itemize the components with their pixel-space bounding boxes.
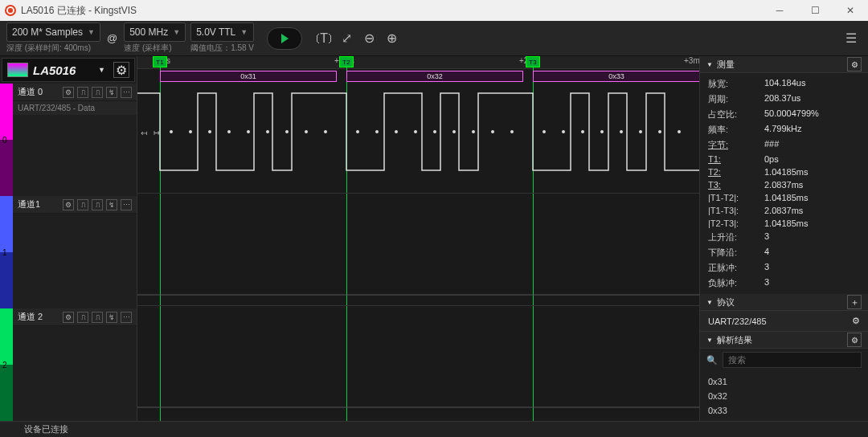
measurement-row: T1:0ps [708,153,860,165]
channel-row-1: 1 通道1 ⚙ ⎍ ⎍ ↯ ⋯ [0,196,137,308]
ruler-tick: +3ms [684,56,699,65]
app-logo-icon [5,5,16,16]
maximize-button[interactable]: ☐ [797,0,833,21]
waveform-signal-0 [137,84,699,180]
meas-key: 脉宽: [708,78,764,90]
meas-key: 频率: [708,124,764,136]
ch-trigger-rise-icon[interactable]: ⎍ [77,199,88,210]
zoom-out-icon[interactable]: ⊖ [358,28,379,49]
protocol-header[interactable]: ▼ 协议 ＋ [700,294,868,311]
meas-key: |T1-T2|: [708,193,764,202]
ch-trigger-fall-icon[interactable]: ⎍ [92,87,103,98]
measurement-settings-button[interactable]: ⚙ [847,57,862,71]
channel-label: 通道1 [18,198,59,210]
samples-sublabel: 深度 (采样时间: 400ms) [6,43,100,54]
meas-value: 3 [764,231,769,243]
add-protocol-button[interactable]: ＋ [847,295,862,309]
channel-row-2: 2 通道 2 ⚙ ⎍ ⎍ ↯ ⋯ [0,308,137,421]
measurement-row: T3:2.0837ms [708,178,860,191]
samples-select[interactable]: 200 M* Samples▼ [6,22,100,42]
menu-button[interactable]: ☰ [841,28,862,49]
measurement-row: 脉宽:104.184us [708,76,860,92]
samples-value: 200 M* Samples [12,27,83,38]
ch-trigger-edge-icon[interactable]: ↯ [106,199,117,210]
cursor-tool-icon[interactable]: ⟮T⟯ [313,28,334,49]
channel-color-0[interactable]: 0 [0,84,13,196]
results-settings-button[interactable]: ⚙ [847,333,862,347]
channel-color-1[interactable]: 1 [0,196,13,308]
toolbar: 200 M* Samples▼ 深度 (采样时间: 400ms) @ 500 M… [0,21,868,56]
ch-trigger-rise-icon[interactable]: ⎍ [77,312,88,323]
ch-trigger-fall-icon[interactable]: ⎍ [92,199,103,210]
device-icon [7,63,28,77]
ch-trigger-edge-icon[interactable]: ↯ [106,312,117,323]
titlebar: LA5016 已连接 - KingstVIS ─ ☐ ✕ [0,0,868,21]
decoded-byte[interactable]: 0x31 [160,71,337,82]
status-bar: 设备已连接 [0,421,868,437]
channel-decoder[interactable]: UART/232/485 - Data [13,101,137,115]
meas-key: 下降沿: [708,247,764,259]
decoded-byte[interactable]: 0x33 [533,71,699,82]
chevron-down-icon[interactable]: ▼ [98,66,105,74]
ch-more-icon[interactable]: ⋯ [121,199,132,210]
search-icon: 🔍 [706,355,718,366]
zoom-fit-icon[interactable]: ⤢ [336,28,357,49]
meas-key: 占空比: [708,108,764,120]
lane-separator [137,305,699,306]
meas-value: 3 [764,277,769,289]
measurement-row: 字节:### [708,137,860,153]
results-search-row: 🔍 [700,349,868,371]
measurement-header[interactable]: ▼ 测量 ⚙ [700,56,868,73]
meas-value: 1.04185ms [764,218,808,228]
chevron-down-icon: ▼ [173,28,180,36]
ch-settings-icon[interactable]: ⚙ [63,312,74,323]
ch-settings-icon[interactable]: ⚙ [63,199,74,210]
capture-button[interactable] [267,27,302,50]
meas-key: 周期: [708,93,764,105]
device-settings-button[interactable]: ⚙ [113,62,129,78]
meas-key: 字节: [708,139,764,151]
rate-value: 500 MHz [129,27,168,38]
status-text: 设备已连接 [24,423,68,435]
ch-more-icon[interactable]: ⋯ [121,87,132,98]
channel-color-2[interactable]: 2 [0,308,13,421]
waveform-lane-1 [137,194,699,299]
minimize-button[interactable]: ─ [762,0,797,21]
measurement-row: 占空比:50.0004799% [708,107,860,122]
ttl-sublabel: 阈值电压：1.58 V [190,43,254,54]
ttl-select[interactable]: 5.0V TTL▼ [190,22,254,42]
disclosure-triangle-icon: ▼ [706,61,713,68]
waveform-lane-2 [137,307,699,411]
ch-more-icon[interactable]: ⋯ [121,312,132,323]
channel-sidebar: LA5016 ▼ ⚙ 0 通道 0 ⚙ ⎍ ⎍ ↯ ⋯ UART/232/485… [0,56,137,421]
meas-value: 104.184us [764,78,805,90]
ch-settings-icon[interactable]: ⚙ [63,87,74,98]
protocol-item[interactable]: UART/232/485 ⚙ [700,311,868,332]
rate-select[interactable]: 500 MHz▼ [124,22,186,42]
marker-flag: T2 [339,56,354,67]
result-item[interactable]: 0x31 [708,374,860,389]
waveform-area[interactable]: 0ms +1ms +2ms +3ms T1 T2 T3 0x31 0x32 0x… [137,56,699,421]
results-header[interactable]: ▼ 解析结果 ⚙ [700,332,868,349]
result-item[interactable]: 0x32 [708,389,860,403]
ch-trigger-rise-icon[interactable]: ⎍ [77,87,88,98]
decoded-byte[interactable]: 0x32 [346,71,523,82]
meas-value: 4 [764,247,769,259]
results-search-input[interactable] [723,352,862,368]
close-button[interactable]: ✕ [833,0,868,21]
result-item[interactable]: 0x33 [708,403,860,418]
at-label: @ [105,32,119,44]
meas-key: |T1-T3|: [708,206,764,215]
meas-value: 50.0004799% [764,108,819,120]
meas-value: 3 [764,262,769,274]
ttl-value: 5.0V TTL [196,27,235,38]
zoom-in-icon[interactable]: ⊕ [381,28,402,49]
measurement-row: |T2-T3|:1.04185ms [708,217,860,230]
protocol-settings-button[interactable]: ⚙ [852,316,860,326]
meas-key: 上升沿: [708,231,764,243]
meas-key: T1: [708,154,764,164]
ch-trigger-edge-icon[interactable]: ↯ [106,87,117,98]
measurement-row: 周期:208.37us [708,92,860,107]
meas-key: 负脉冲: [708,277,764,289]
ch-trigger-fall-icon[interactable]: ⎍ [92,312,103,323]
